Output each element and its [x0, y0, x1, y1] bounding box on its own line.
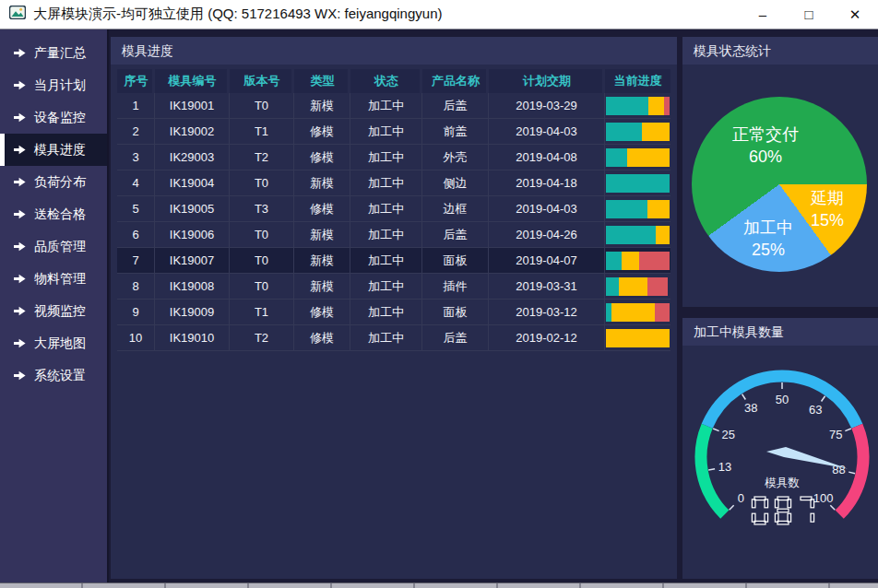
sidebar-item-8[interactable]: 物料管理	[0, 263, 107, 295]
arrow-right-icon	[14, 338, 26, 348]
column-header[interactable]: 当前进度	[605, 69, 670, 93]
table-row[interactable]: 10IK19010T2修模加工中后盖2019-02-12	[117, 325, 670, 351]
table-cell: IK19008	[155, 274, 230, 299]
table-row[interactable]: 5IK19005T3修模加工中边框2019-04-03	[117, 196, 670, 222]
mold-status-panel-title: 模具状态统计	[682, 37, 878, 65]
table-cell: T0	[230, 222, 294, 247]
table-cell-progress	[605, 119, 670, 144]
table-cell: T3	[230, 196, 294, 221]
mold-status-panel: 模具状态统计 正常交付60% 延期15% 加工中25%	[682, 37, 878, 307]
title-bar[interactable]: 大屏模块演示-均可独立使用 (QQ: 517216493 WX: feiyang…	[0, 0, 878, 29]
column-header[interactable]: 产品名称	[422, 69, 489, 93]
column-header[interactable]: 版本号	[230, 69, 294, 93]
sidebar-item-label: 品质管理	[34, 239, 86, 255]
table-cell: 2019-04-07	[489, 248, 605, 273]
table-cell: 5	[117, 196, 155, 221]
table-cell: 加工中	[350, 119, 422, 144]
table-cell: 外壳	[422, 145, 489, 170]
column-header[interactable]: 类型	[294, 69, 350, 93]
sidebar-item-7[interactable]: 品质管理	[0, 230, 107, 263]
arrow-right-icon	[14, 306, 26, 316]
table-cell-progress	[605, 222, 670, 247]
table-cell: 加工中	[350, 171, 422, 195]
column-header[interactable]: 序号	[117, 69, 155, 93]
arrow-right-icon	[14, 209, 26, 219]
table-cell: 加工中	[350, 248, 422, 273]
table-cell: T1	[230, 119, 294, 144]
table-cell: IK19010	[155, 325, 230, 350]
arrow-right-icon	[14, 370, 26, 381]
table-cell: 2019-04-03	[489, 196, 605, 221]
table-row[interactable]: 4IK19004T0新模加工中侧边2019-04-18	[117, 171, 670, 196]
table-cell-progress	[605, 196, 670, 221]
table-cell: 边框	[422, 196, 489, 221]
svg-text:75: 75	[829, 428, 842, 441]
sidebar-item-1[interactable]: 产量汇总	[0, 37, 107, 69]
sidebar-item-4[interactable]: 模具进度	[0, 134, 107, 166]
progress-bar	[606, 148, 670, 167]
table-cell: 后盖	[422, 325, 489, 350]
table-row[interactable]: 3IK29003T2修模加工中外壳2019-04-08	[117, 145, 670, 171]
progress-bar	[606, 226, 670, 244]
table-cell: 3	[117, 145, 155, 170]
table-cell: 新模	[294, 248, 350, 273]
table-cell-progress	[605, 325, 670, 350]
table-row[interactable]: 2IK19002T1修模加工中前盖2019-04-03	[117, 119, 670, 145]
table-cell: IK29003	[155, 145, 230, 170]
table-cell-progress	[605, 93, 670, 118]
progress-bar	[606, 123, 670, 141]
table-cell: 面板	[422, 300, 489, 324]
table-cell: IK19006	[155, 222, 230, 247]
table-row[interactable]: 8IK19008T0新模加工中插件2019-03-31	[117, 274, 670, 300]
sidebar-item-3[interactable]: 设备监控	[0, 101, 107, 134]
table-row[interactable]: 1IK19001T0新模加工中后盖2019-03-29	[117, 93, 670, 119]
table-cell: T2	[230, 325, 294, 350]
sidebar: 产量汇总当月计划设备监控模具进度负荷分布送检合格品质管理物料管理视频监控大屏地图…	[0, 29, 109, 582]
sidebar-item-2[interactable]: 当月计划	[0, 69, 107, 101]
table-cell: 1	[117, 93, 155, 118]
table-row[interactable]: 7IK19007T0新模加工中面板2019-04-07	[117, 248, 670, 274]
table-cell: 修模	[294, 196, 350, 221]
sidebar-item-5[interactable]: 负荷分布	[0, 166, 107, 198]
table-cell: T0	[230, 93, 294, 118]
arrow-right-icon	[14, 177, 26, 187]
maximize-button[interactable]: □	[786, 0, 832, 29]
sidebar-item-label: 送检合格	[34, 206, 86, 223]
table-cell: 面板	[422, 248, 489, 273]
table-cell: 2019-04-26	[489, 222, 605, 247]
table-cell: 后盖	[422, 222, 489, 247]
table-cell: T2	[230, 145, 294, 170]
arrow-right-icon	[14, 274, 26, 284]
progress-bar	[606, 200, 670, 218]
table-cell: 前盖	[422, 119, 489, 144]
table-cell: 侧边	[422, 171, 489, 195]
progress-bar	[606, 303, 670, 322]
minimize-button[interactable]: –	[740, 0, 786, 29]
sidebar-item-6[interactable]: 送检合格	[0, 198, 107, 230]
column-header[interactable]: 状态	[350, 69, 422, 93]
table-row[interactable]: 9IK19009T1修模加工中面板2019-03-12	[117, 300, 670, 325]
column-header[interactable]: 模具编号	[155, 69, 230, 93]
sidebar-item-10[interactable]: 大屏地图	[0, 327, 107, 359]
window-controls: – □ ✕	[740, 0, 878, 29]
close-button[interactable]: ✕	[832, 0, 878, 29]
pie-label-delayed: 延期15%	[811, 187, 844, 231]
table-cell: 新模	[294, 93, 350, 118]
column-header[interactable]: 计划交期	[489, 69, 605, 93]
processing-count-panel: 加工中模具数量 013253850637588100 模具数	[682, 318, 878, 579]
sidebar-item-11[interactable]: 系统设置	[0, 359, 107, 392]
table-cell: IK19004	[155, 171, 230, 195]
sidebar-item-9[interactable]: 视频监控	[0, 295, 107, 327]
sidebar-item-label: 负荷分布	[34, 174, 86, 191]
progress-bar	[606, 174, 670, 193]
sidebar-item-label: 模具进度	[34, 142, 86, 159]
app-icon	[9, 6, 26, 23]
table-cell: 7	[117, 248, 155, 273]
table-cell: T1	[230, 300, 294, 324]
svg-text:0: 0	[738, 491, 744, 505]
table-cell: 加工中	[350, 222, 422, 247]
table-row[interactable]: 6IK19006T0新模加工中后盖2019-04-26	[117, 222, 670, 248]
bottom-scrollbar[interactable]	[0, 582, 878, 588]
table-cell: IK19002	[155, 119, 230, 144]
svg-text:63: 63	[809, 403, 822, 417]
